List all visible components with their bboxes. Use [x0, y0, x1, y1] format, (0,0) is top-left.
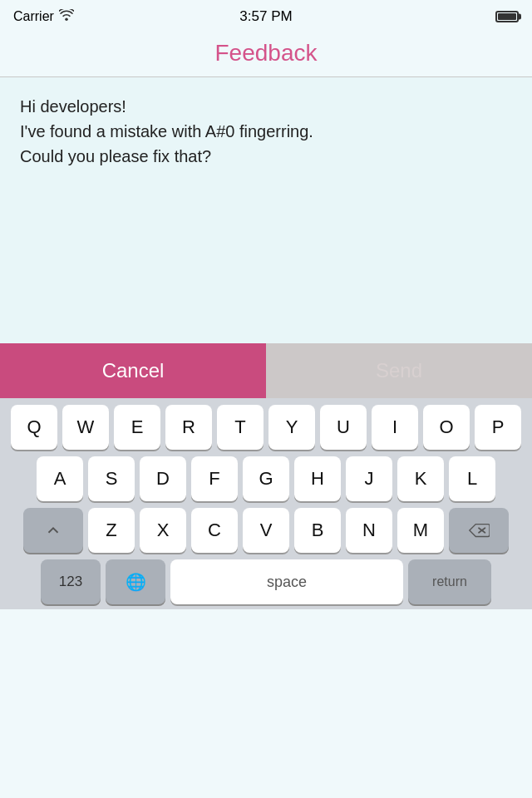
key-m[interactable]: M [397, 508, 444, 553]
globe-key[interactable]: 🌐 [106, 559, 165, 604]
key-f[interactable]: F [191, 456, 238, 501]
key-h[interactable]: H [294, 456, 341, 501]
keyboard-row-2: A S D F G H J K L [3, 456, 529, 501]
num-key[interactable]: 123 [41, 559, 101, 604]
keyboard-row-4: 123 🌐 space return [3, 559, 529, 609]
keyboard-row-3: Z X C V B N M [3, 508, 529, 553]
key-a[interactable]: A [37, 456, 83, 501]
key-x[interactable]: X [140, 508, 186, 553]
key-k[interactable]: K [397, 456, 444, 501]
key-v[interactable]: V [243, 508, 289, 553]
page-title: Feedback [0, 40, 532, 66]
key-j[interactable]: J [346, 456, 392, 501]
shift-key[interactable] [23, 508, 83, 553]
send-button[interactable]: Send [266, 343, 532, 398]
delete-key[interactable] [449, 508, 509, 553]
key-q[interactable]: Q [11, 405, 57, 450]
key-r[interactable]: R [165, 405, 212, 450]
nav-bar: Feedback [0, 33, 532, 76]
status-bar: Carrier 3:57 PM [0, 0, 532, 33]
key-g[interactable]: G [243, 456, 289, 501]
feedback-content: Hi developers! I've found a mistake with… [20, 94, 512, 169]
time-label: 3:57 PM [239, 8, 292, 25]
return-key[interactable]: return [408, 559, 491, 604]
battery-icon [495, 11, 519, 22]
action-buttons: Cancel Send [0, 343, 532, 398]
key-o[interactable]: O [423, 405, 470, 450]
key-b[interactable]: B [294, 508, 341, 553]
key-y[interactable]: Y [268, 405, 315, 450]
key-t[interactable]: T [217, 405, 264, 450]
keyboard: Q W E R T Y U I O P A S D F G H J K L Z … [0, 398, 532, 609]
cancel-button[interactable]: Cancel [0, 343, 266, 398]
key-z[interactable]: Z [88, 508, 135, 553]
key-p[interactable]: P [475, 405, 521, 450]
wifi-icon [59, 9, 74, 24]
key-l[interactable]: L [449, 456, 495, 501]
key-d[interactable]: D [140, 456, 186, 501]
key-n[interactable]: N [346, 508, 392, 553]
key-u[interactable]: U [320, 405, 367, 450]
carrier-label: Carrier [13, 9, 54, 24]
key-c[interactable]: C [191, 508, 238, 553]
key-i[interactable]: I [372, 405, 418, 450]
key-w[interactable]: W [62, 405, 109, 450]
key-s[interactable]: S [88, 456, 135, 501]
space-key[interactable]: space [170, 559, 403, 604]
feedback-text-area[interactable]: Hi developers! I've found a mistake with… [0, 77, 532, 343]
key-e[interactable]: E [114, 405, 160, 450]
keyboard-row-1: Q W E R T Y U I O P [3, 405, 529, 450]
